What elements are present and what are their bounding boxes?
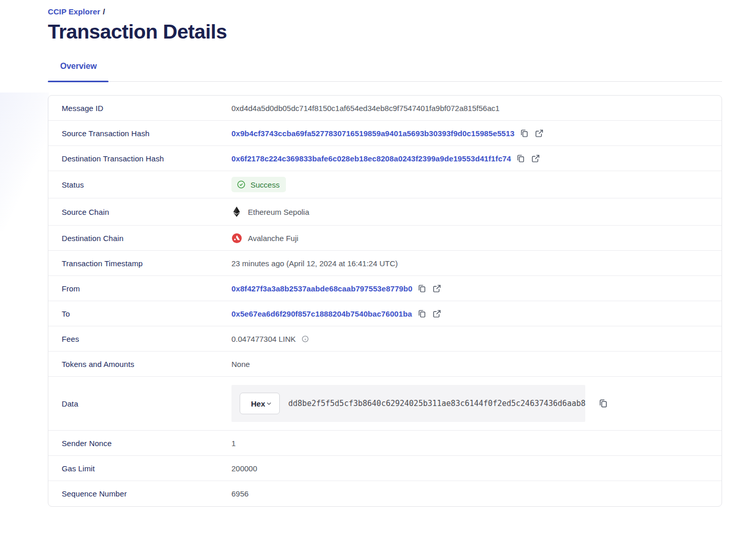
dest-chain-value: Avalanche Fuji: [248, 234, 298, 243]
background-decoration: [0, 93, 49, 231]
row-dest-tx-hash: Destination Transaction Hash 0x6f2178c22…: [48, 146, 722, 171]
tab-bar: Overview: [48, 62, 722, 82]
info-icon[interactable]: [301, 335, 309, 343]
source-tx-hash-link[interactable]: 0x9b4cf3743ccba69fa5277830716519859a9401…: [231, 129, 514, 138]
breadcrumb-separator: /: [103, 7, 105, 16]
message-id-label: Message ID: [62, 104, 231, 113]
sequence-number-label: Sequence Number: [62, 489, 231, 498]
external-link-icon[interactable]: [534, 128, 544, 138]
source-chain-label: Source Chain: [62, 208, 231, 216]
dest-tx-hash-link[interactable]: 0x6f2178c224c369833bafe6c028eb18ec8208a0…: [231, 154, 511, 163]
from-address-link[interactable]: 0x8f427f3a3a8b2537aabde68caab797553e8779…: [231, 284, 412, 293]
to-address-link[interactable]: 0x5e67ea6d6f290f857c1888204b7540bac76001…: [231, 309, 412, 318]
transaction-details-page: CCIP Explorer/ Transaction Details Overv…: [0, 0, 756, 534]
row-fees: Fees 0.047477304 LINK: [48, 326, 722, 352]
copy-icon[interactable]: [516, 153, 526, 163]
source-chain: Ethereum Sepolia: [231, 207, 309, 217]
message-id-value: 0xd4d4a5d0db05dc714f8150c1af654ed34eb8c9…: [231, 104, 499, 113]
tokens-label: Tokens and Amounts: [62, 360, 231, 369]
status-badge: Success: [231, 177, 286, 192]
data-label: Data: [62, 399, 231, 408]
dest-tx-hash-label: Destination Transaction Hash: [62, 154, 231, 163]
row-status: Status Success: [48, 171, 722, 198]
tab-active-indicator: [48, 81, 109, 82]
check-circle-icon: [236, 179, 246, 190]
dest-chain-label: Destination Chain: [62, 234, 231, 243]
timestamp-value: 23 minutes ago (April 12, 2024 at 16:41:…: [231, 259, 398, 268]
external-link-icon[interactable]: [531, 153, 541, 163]
ethereum-icon: [231, 207, 242, 217]
row-sequence-number: Sequence Number 6956: [48, 481, 722, 506]
data-hex-value: dd8be2f5f5d5cf3b8640c62924025b311ae83c61…: [289, 399, 586, 408]
timestamp-label: Transaction Timestamp: [62, 259, 231, 268]
breadcrumb: CCIP Explorer/: [48, 7, 756, 16]
copy-icon[interactable]: [519, 128, 529, 138]
fees-value: 0.047477304 LINK: [231, 335, 296, 343]
sender-nonce-label: Sender Nonce: [62, 439, 231, 448]
from-label: From: [62, 284, 231, 293]
breadcrumb-ccip-explorer-link[interactable]: CCIP Explorer: [48, 7, 100, 16]
row-source-tx-hash: Source Transaction Hash 0x9b4cf3743ccba6…: [48, 121, 722, 146]
row-gas-limit: Gas Limit 200000: [48, 456, 722, 481]
sender-nonce-value: 1: [231, 439, 236, 448]
source-chain-value: Ethereum Sepolia: [248, 208, 309, 216]
avalanche-icon: [231, 233, 242, 243]
fees-label: Fees: [62, 335, 231, 343]
source-tx-hash-label: Source Transaction Hash: [62, 129, 231, 138]
data-panel: Hex dd8be2f5f5d5cf3b8640c62924025b311ae8…: [231, 385, 585, 422]
tokens-value: None: [231, 360, 250, 369]
status-label: Status: [62, 180, 231, 189]
external-link-icon[interactable]: [432, 283, 442, 293]
row-data: Data Hex dd8be2f5f5d5cf3b8640c62924025b3…: [48, 377, 722, 431]
row-dest-chain: Destination Chain Avalanche Fuji: [48, 226, 722, 251]
data-format-select[interactable]: Hex: [240, 393, 280, 414]
copy-icon[interactable]: [598, 398, 608, 409]
chevron-down-icon: [265, 400, 273, 407]
page-title: Transaction Details: [48, 21, 756, 43]
data-format-selected: Hex: [251, 399, 265, 408]
row-sender-nonce: Sender Nonce 1: [48, 431, 722, 456]
copy-icon[interactable]: [417, 308, 427, 319]
row-timestamp: Transaction Timestamp 23 minutes ago (Ap…: [48, 251, 722, 276]
details-card: Message ID 0xd4d4a5d0db05dc714f8150c1af6…: [48, 95, 722, 507]
gas-limit-label: Gas Limit: [62, 464, 231, 473]
dest-chain: Avalanche Fuji: [231, 233, 298, 243]
row-message-id: Message ID 0xd4d4a5d0db05dc714f8150c1af6…: [48, 96, 722, 121]
sequence-number-value: 6956: [231, 489, 248, 498]
copy-icon[interactable]: [417, 283, 427, 293]
status-value: Success: [250, 180, 280, 189]
row-source-chain: Source Chain Ethereum Sepolia: [48, 198, 722, 226]
row-from: From 0x8f427f3a3a8b2537aabde68caab797553…: [48, 276, 722, 301]
external-link-icon[interactable]: [431, 308, 442, 319]
row-tokens: Tokens and Amounts None: [48, 352, 722, 377]
tab-overview[interactable]: Overview: [48, 62, 109, 82]
gas-limit-value: 200000: [231, 464, 257, 473]
tab-bar-baseline: [48, 81, 722, 82]
to-label: To: [62, 309, 231, 318]
row-to: To 0x5e67ea6d6f290f857c1888204b7540bac76…: [48, 301, 722, 326]
page-header: CCIP Explorer/ Transaction Details: [0, 0, 756, 43]
